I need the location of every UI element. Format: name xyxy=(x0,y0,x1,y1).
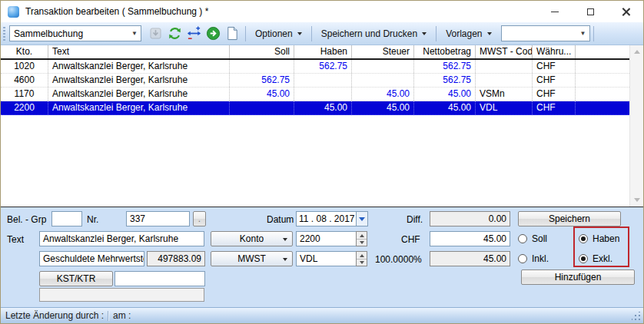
kst-ktr-input[interactable] xyxy=(115,271,205,286)
options-button[interactable]: Optionen xyxy=(249,25,308,42)
mwst-dropdown-label: MWST xyxy=(237,253,266,264)
konto-dropdown[interactable]: Konto xyxy=(211,231,293,246)
column-header-steuer[interactable]: Steuer xyxy=(352,45,414,58)
kst-ktr-button[interactable]: KST/KTR xyxy=(39,271,113,286)
scroll-down-button[interactable] xyxy=(630,193,643,207)
booking-type-combobox[interactable]: Sammelbuchung ▼ xyxy=(9,25,141,41)
resize-columns-icon[interactable] xyxy=(185,25,203,42)
hinzufuegen-button[interactable]: Hinzufügen xyxy=(521,269,635,285)
mwst-spinner[interactable] xyxy=(356,251,367,266)
minimize-button[interactable] xyxy=(537,1,573,22)
template-combobox[interactable]: ▼ xyxy=(501,25,590,41)
save-and-print-button[interactable]: Speichern und Drucken xyxy=(315,25,433,42)
cell-haben xyxy=(294,74,352,87)
radio-circle xyxy=(518,234,527,243)
cell-extra xyxy=(576,60,631,73)
table-row[interactable]: 1170 Anwaltskanzlei Berger, Karlsruhe 45… xyxy=(1,88,631,101)
cell-mwst-code: VSMn xyxy=(476,88,533,101)
speichern-button[interactable]: Speichern xyxy=(518,211,621,226)
nr-input[interactable]: 337 xyxy=(126,211,190,226)
cell-extra xyxy=(576,88,631,101)
scroll-up-icon xyxy=(634,50,640,54)
spin-down-icon[interactable] xyxy=(357,259,367,266)
status-bar: Letzte Änderung durch : am : xyxy=(1,307,643,323)
window-title: Transaktion bearbeiten ( Sammelbuchung )… xyxy=(25,6,208,17)
cell-extra xyxy=(576,101,631,114)
cell-text: Anwaltskanzlei Berger, Karlsruhe xyxy=(48,60,230,73)
toolbar-grip[interactable] xyxy=(3,27,5,41)
toolbar-separator xyxy=(593,26,594,41)
cell-waehrung: CHF xyxy=(533,101,576,114)
mwst-code-input[interactable]: VDL xyxy=(296,251,357,266)
app-icon xyxy=(8,6,19,18)
haben-radio[interactable]: Haben xyxy=(579,233,619,244)
table-header-row[interactable]: Kto. Text Soll Haben Steuer Nettobetrag … xyxy=(1,45,631,60)
cell-nettobetrag: 45.00 xyxy=(414,101,476,114)
cell-haben xyxy=(294,88,352,101)
soll-radio[interactable]: Soll xyxy=(518,233,547,244)
cell-steuer xyxy=(352,60,414,73)
chevron-down-icon: ▼ xyxy=(128,30,141,37)
templates-label: Vorlagen xyxy=(446,28,482,39)
chevron-down-icon xyxy=(422,32,427,35)
diff-label: Diff. xyxy=(407,214,423,225)
radio-circle-checked xyxy=(579,234,588,243)
cell-kto: 4600 xyxy=(1,74,48,87)
column-header-nettobetrag[interactable]: Nettobetrag xyxy=(414,45,476,58)
maximize-icon xyxy=(587,8,594,15)
amount-input[interactable]: 45.00 xyxy=(430,231,510,246)
bel-grp-input[interactable] xyxy=(51,211,82,226)
cell-text: Anwaltskanzlei Berger, Karlsruhe xyxy=(48,101,230,114)
cell-nettobetrag: 562.75 xyxy=(414,74,476,87)
cell-extra xyxy=(576,74,631,87)
datum-input[interactable]: 11 . 08 . 2017 xyxy=(296,211,357,226)
am-label: am : xyxy=(113,310,131,321)
cell-nettobetrag: 562.75 xyxy=(414,60,476,73)
cell-text: Anwaltskanzlei Berger, Karlsruhe xyxy=(48,88,230,101)
scroll-up-button[interactable] xyxy=(630,45,643,58)
column-header-haben[interactable]: Haben xyxy=(294,45,352,58)
title-bar: Transaktion bearbeiten ( Sammelbuchung )… xyxy=(1,1,643,22)
calendar-dropdown-icon xyxy=(359,217,365,221)
resize-grip[interactable] xyxy=(632,312,641,321)
exkl-radio[interactable]: Exkl. xyxy=(579,253,612,264)
mwst-dropdown[interactable]: MWST xyxy=(211,251,293,266)
table-row-selected[interactable]: 2200 Anwaltskanzlei Berger, Karlsruhe 45… xyxy=(1,101,631,115)
chevron-down-icon xyxy=(283,238,287,241)
edit-form-panel: Bel. - Grp Nr. 337 . Datum 11 . 08 . 201… xyxy=(1,207,643,308)
table-row[interactable]: 4600 Anwaltskanzlei Berger, Karlsruhe 56… xyxy=(1,74,631,88)
extra-field xyxy=(39,288,204,302)
column-header-soll[interactable]: Soll xyxy=(230,45,294,58)
cell-soll: 562.75 xyxy=(230,74,294,87)
cell-mwst-code: VDL xyxy=(476,101,533,114)
refresh-icon[interactable] xyxy=(166,25,184,42)
transaction-edit-window: Transaktion bearbeiten ( Sammelbuchung )… xyxy=(0,0,644,324)
column-header-waehrung[interactable]: Währu... xyxy=(533,45,576,58)
mwst-amount-value: 45.00 xyxy=(430,251,510,266)
inkl-radio[interactable]: Inkl. xyxy=(518,253,549,264)
percent-label: 100.0000% xyxy=(375,254,422,265)
scroll-down-icon xyxy=(634,198,640,202)
templates-button[interactable]: Vorlagen xyxy=(440,25,497,42)
new-document-icon[interactable] xyxy=(224,25,241,42)
chevron-down-icon xyxy=(487,32,492,35)
column-header-text[interactable]: Text xyxy=(48,45,230,58)
mehrwertsteuer-box[interactable]: Geschuldete Mehrwertsteue xyxy=(39,251,144,266)
vertical-scrollbar[interactable] xyxy=(629,45,643,207)
close-button[interactable] xyxy=(608,1,643,22)
spin-down-icon[interactable] xyxy=(357,239,367,246)
column-header-mwst-code[interactable]: MWST - Code xyxy=(476,45,533,58)
konto-input[interactable]: 2200 xyxy=(296,231,357,246)
toolbar: Sammelbuchung ▼ Optionen Speichern und D… xyxy=(1,22,643,45)
cell-nettobetrag: 45.00 xyxy=(414,88,476,101)
go-icon[interactable] xyxy=(204,25,222,42)
table-row[interactable]: 1020 Anwaltskanzlei Berger, Karlsruhe 56… xyxy=(1,60,631,74)
column-header-kto[interactable]: Kto. xyxy=(1,45,48,58)
dot-button[interactable]: . xyxy=(193,211,206,226)
date-picker-button[interactable] xyxy=(356,211,368,226)
maximize-button[interactable] xyxy=(573,1,608,22)
cell-kto: 1170 xyxy=(1,88,48,101)
konto-spinner[interactable] xyxy=(356,231,367,246)
text-input[interactable]: Anwaltskanzlei Berger, Karlsruhe xyxy=(39,231,204,246)
soll-radio-label: Soll xyxy=(532,233,547,244)
